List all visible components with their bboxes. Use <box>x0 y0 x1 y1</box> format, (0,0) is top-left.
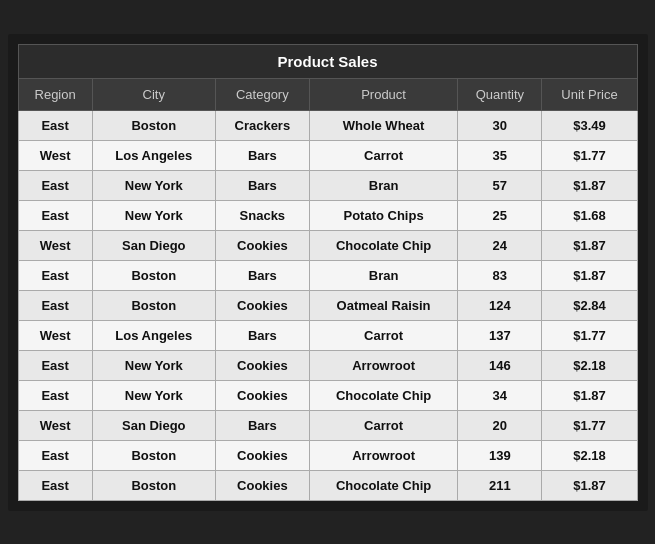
cell-r10-c5: $1.77 <box>542 410 637 440</box>
table-row: WestSan DiegoCookiesChocolate Chip24$1.8… <box>18 230 637 260</box>
cell-r8-c0: East <box>18 350 92 380</box>
column-header-region: Region <box>18 78 92 110</box>
cell-r4-c1: San Diego <box>92 230 215 260</box>
table-row: EastBostonCookiesArrowroot139$2.18 <box>18 440 637 470</box>
cell-r5-c0: East <box>18 260 92 290</box>
cell-r3-c2: Snacks <box>215 200 309 230</box>
cell-r2-c3: Bran <box>309 170 457 200</box>
cell-r5-c4: 83 <box>458 260 542 290</box>
column-header-quantity: Quantity <box>458 78 542 110</box>
cell-r4-c4: 24 <box>458 230 542 260</box>
table-row: WestLos AngelesBarsCarrot35$1.77 <box>18 140 637 170</box>
cell-r7-c2: Bars <box>215 320 309 350</box>
cell-r6-c5: $2.84 <box>542 290 637 320</box>
cell-r10-c0: West <box>18 410 92 440</box>
column-header-product: Product <box>309 78 457 110</box>
cell-r4-c3: Chocolate Chip <box>309 230 457 260</box>
cell-r12-c2: Cookies <box>215 470 309 500</box>
cell-r6-c0: East <box>18 290 92 320</box>
cell-r8-c4: 146 <box>458 350 542 380</box>
cell-r3-c1: New York <box>92 200 215 230</box>
table-row: EastBostonCookiesOatmeal Raisin124$2.84 <box>18 290 637 320</box>
table-row: EastNew YorkSnacksPotato Chips25$1.68 <box>18 200 637 230</box>
cell-r1-c0: West <box>18 140 92 170</box>
cell-r6-c4: 124 <box>458 290 542 320</box>
cell-r6-c2: Cookies <box>215 290 309 320</box>
cell-r1-c4: 35 <box>458 140 542 170</box>
cell-r8-c1: New York <box>92 350 215 380</box>
cell-r5-c3: Bran <box>309 260 457 290</box>
cell-r9-c4: 34 <box>458 380 542 410</box>
cell-r4-c2: Cookies <box>215 230 309 260</box>
cell-r2-c4: 57 <box>458 170 542 200</box>
cell-r6-c1: Boston <box>92 290 215 320</box>
cell-r1-c5: $1.77 <box>542 140 637 170</box>
table-row: EastBostonBarsBran83$1.87 <box>18 260 637 290</box>
cell-r3-c0: East <box>18 200 92 230</box>
table-row: EastNew YorkBarsBran57$1.87 <box>18 170 637 200</box>
cell-r3-c4: 25 <box>458 200 542 230</box>
cell-r11-c4: 139 <box>458 440 542 470</box>
cell-r10-c1: San Diego <box>92 410 215 440</box>
cell-r10-c4: 20 <box>458 410 542 440</box>
column-header-category: Category <box>215 78 309 110</box>
table-row: EastBostonCookiesChocolate Chip211$1.87 <box>18 470 637 500</box>
product-sales-table: Product Sales RegionCityCategoryProductQ… <box>18 44 638 501</box>
cell-r9-c2: Cookies <box>215 380 309 410</box>
cell-r11-c2: Cookies <box>215 440 309 470</box>
cell-r7-c0: West <box>18 320 92 350</box>
cell-r3-c5: $1.68 <box>542 200 637 230</box>
header-row: RegionCityCategoryProductQuantityUnit Pr… <box>18 78 637 110</box>
cell-r10-c2: Bars <box>215 410 309 440</box>
table-row: WestLos AngelesBarsCarrot137$1.77 <box>18 320 637 350</box>
cell-r5-c5: $1.87 <box>542 260 637 290</box>
table-wrapper: Product Sales RegionCityCategoryProductQ… <box>8 34 648 511</box>
cell-r10-c3: Carrot <box>309 410 457 440</box>
table-row: WestSan DiegoBarsCarrot20$1.77 <box>18 410 637 440</box>
cell-r9-c3: Chocolate Chip <box>309 380 457 410</box>
cell-r3-c3: Potato Chips <box>309 200 457 230</box>
cell-r0-c2: Crackers <box>215 110 309 140</box>
cell-r2-c2: Bars <box>215 170 309 200</box>
cell-r12-c0: East <box>18 470 92 500</box>
cell-r1-c2: Bars <box>215 140 309 170</box>
cell-r9-c5: $1.87 <box>542 380 637 410</box>
cell-r2-c0: East <box>18 170 92 200</box>
cell-r4-c5: $1.87 <box>542 230 637 260</box>
cell-r11-c5: $2.18 <box>542 440 637 470</box>
table-body: EastBostonCrackersWhole Wheat30$3.49West… <box>18 110 637 500</box>
cell-r0-c3: Whole Wheat <box>309 110 457 140</box>
cell-r7-c3: Carrot <box>309 320 457 350</box>
cell-r0-c0: East <box>18 110 92 140</box>
cell-r12-c3: Chocolate Chip <box>309 470 457 500</box>
cell-r2-c1: New York <box>92 170 215 200</box>
cell-r11-c1: Boston <box>92 440 215 470</box>
table-row: EastBostonCrackersWhole Wheat30$3.49 <box>18 110 637 140</box>
cell-r1-c1: Los Angeles <box>92 140 215 170</box>
cell-r12-c4: 211 <box>458 470 542 500</box>
cell-r12-c1: Boston <box>92 470 215 500</box>
column-header-unit-price: Unit Price <box>542 78 637 110</box>
cell-r2-c5: $1.87 <box>542 170 637 200</box>
cell-r7-c5: $1.77 <box>542 320 637 350</box>
cell-r8-c5: $2.18 <box>542 350 637 380</box>
cell-r9-c1: New York <box>92 380 215 410</box>
cell-r9-c0: East <box>18 380 92 410</box>
cell-r0-c1: Boston <box>92 110 215 140</box>
cell-r11-c0: East <box>18 440 92 470</box>
cell-r0-c5: $3.49 <box>542 110 637 140</box>
cell-r4-c0: West <box>18 230 92 260</box>
cell-r5-c1: Boston <box>92 260 215 290</box>
cell-r11-c3: Arrowroot <box>309 440 457 470</box>
cell-r7-c1: Los Angeles <box>92 320 215 350</box>
cell-r6-c3: Oatmeal Raisin <box>309 290 457 320</box>
table-row: EastNew YorkCookiesChocolate Chip34$1.87 <box>18 380 637 410</box>
cell-r7-c4: 137 <box>458 320 542 350</box>
cell-r1-c3: Carrot <box>309 140 457 170</box>
cell-r12-c5: $1.87 <box>542 470 637 500</box>
cell-r5-c2: Bars <box>215 260 309 290</box>
cell-r8-c2: Cookies <box>215 350 309 380</box>
cell-r0-c4: 30 <box>458 110 542 140</box>
table-title: Product Sales <box>18 44 637 78</box>
cell-r8-c3: Arrowroot <box>309 350 457 380</box>
